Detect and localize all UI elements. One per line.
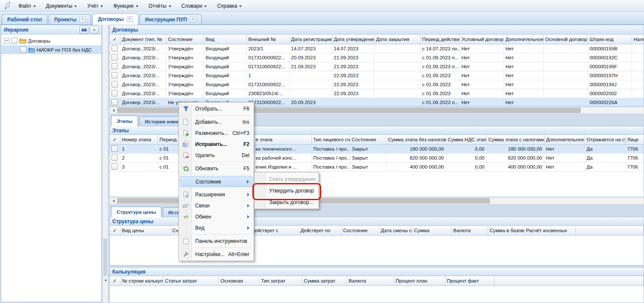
column-header[interactable]: Сумма в базовой в	[488, 226, 524, 235]
row-checkbox[interactable]	[111, 54, 118, 61]
column-header[interactable]: Состояние	[341, 226, 379, 235]
context-menu-item[interactable]: ОбновитьF5	[180, 163, 253, 174]
column-header[interactable]: Дата утверждения	[332, 35, 374, 44]
row-check-cell[interactable]	[110, 71, 120, 80]
column-header[interactable]: Основная	[219, 276, 259, 286]
column-header[interactable]: Условный договор	[460, 35, 503, 44]
row-checkbox[interactable]	[111, 154, 118, 161]
row-checkbox[interactable]	[111, 163, 118, 170]
row-check-cell[interactable]	[110, 44, 120, 53]
close-icon[interactable]: ✕	[79, 17, 85, 23]
context-menu-item[interactable]: Исправить...F2	[180, 139, 253, 150]
column-header[interactable]: Действует по	[299, 226, 341, 235]
column-header[interactable]: Внешний №	[246, 35, 289, 44]
main-tab[interactable]: Инструкции ПУП✕	[140, 14, 202, 24]
column-header[interactable]: Отражается на сум	[585, 135, 625, 144]
row-checkbox[interactable]	[111, 45, 118, 52]
column-header[interactable]: Дополнительное с	[544, 135, 585, 144]
context-menu-item[interactable]: УдалитьDel	[180, 150, 253, 161]
context-menu-item[interactable]: Состояние	[180, 176, 253, 187]
tree-node-niokr[interactable]: НИОКР по ГОЗ без НДС	[1, 45, 101, 54]
column-header[interactable]: Статья затрат	[163, 276, 219, 286]
menubar-item[interactable]: Учёт	[82, 2, 108, 10]
column-header[interactable]: Номер этапа	[120, 135, 158, 144]
context-menu-item[interactable]: Панель инструментов	[180, 236, 253, 247]
tree-checkbox[interactable]	[11, 38, 18, 44]
column-header[interactable]: Дополнительное с	[503, 35, 543, 44]
column-header[interactable]: Штрих-код	[588, 35, 632, 44]
collapse-panel-button[interactable]: «	[90, 26, 99, 34]
column-header[interactable]: Дата закрытия	[374, 35, 420, 44]
section-tab[interactable]: Структура цены	[111, 207, 161, 217]
context-menu-item[interactable]: Обмен	[180, 211, 253, 222]
table-row[interactable]: Договор, 2023/...УтверждёнВходящий2023/1…	[110, 44, 644, 53]
tree-node-label[interactable]: НИОКР по ГОЗ без НДС	[37, 47, 92, 52]
vertical-scrollbar-thumb[interactable]	[103, 239, 107, 276]
context-menu-item[interactable]: Добавить...Ins	[180, 117, 253, 128]
tree-checkbox[interactable]	[20, 47, 26, 53]
vertical-scrollbar[interactable]	[102, 25, 108, 303]
column-header[interactable]: Сумма этапа с налогами	[486, 135, 544, 144]
menubar-item[interactable]: Словари	[177, 2, 212, 10]
column-header[interactable]: Вид	[204, 35, 246, 44]
scrollbar-arrow-icon[interactable]	[103, 278, 108, 283]
row-checkbox[interactable]	[111, 72, 118, 79]
column-header[interactable]: Основной договор	[543, 35, 588, 44]
column-header[interactable]: Дата регистрации.	[289, 35, 332, 44]
menubar-item[interactable]: Справка	[212, 2, 246, 10]
row-check-cell[interactable]	[110, 98, 120, 107]
row-check-cell[interactable]	[110, 53, 120, 62]
column-header[interactable]: Период действия..	[420, 35, 460, 44]
submenu-item[interactable]: Закрыть договор...	[255, 196, 318, 208]
main-tab[interactable]: Рабочий стол	[2, 14, 47, 24]
column-header[interactable]: ✓	[110, 276, 120, 286]
row-checkbox[interactable]	[111, 63, 118, 70]
table-row[interactable]: Договор, 2023/...УтверждёнВходящий230823…	[110, 89, 644, 98]
column-header[interactable]: Процент факт	[445, 276, 494, 286]
column-header[interactable]: Состояние	[350, 135, 386, 144]
close-icon[interactable]: ✕	[127, 16, 133, 22]
column-header[interactable]: Состояние	[166, 35, 204, 44]
column-header[interactable]: Валюта	[451, 226, 488, 235]
tree-node-label[interactable]: Договоры	[28, 38, 50, 44]
column-header[interactable]: Нало	[632, 35, 644, 44]
column-header[interactable]: Дата смены состоя	[379, 226, 412, 235]
table-row[interactable]: Договор, 2023/...УтверждёнВходящий017310…	[110, 62, 644, 71]
row-check-cell[interactable]	[110, 62, 120, 71]
table-row[interactable]: Договор, 2023/...УтверждёнВходящий017310…	[110, 53, 644, 62]
row-check-cell[interactable]	[110, 153, 120, 162]
table-row[interactable]: Договор, 2023/...УтверждёнВходящий122.09…	[110, 71, 644, 80]
column-header[interactable]: Сумма	[412, 226, 451, 235]
column-header[interactable]: ✓	[110, 135, 120, 144]
search-binoculars-button[interactable]	[79, 26, 88, 34]
collapse-minus-icon[interactable]	[4, 38, 9, 44]
row-checkbox[interactable]	[111, 90, 118, 96]
column-header[interactable]: Тип затрат	[259, 276, 302, 286]
column-header[interactable]: ✓	[110, 226, 120, 235]
column-header[interactable]: Валюта	[347, 276, 394, 286]
row-check-cell[interactable]	[110, 80, 120, 89]
column-header[interactable]: Сумма затрат	[302, 276, 347, 286]
menubar-item[interactable]: Функции	[108, 2, 143, 10]
row-check-cell[interactable]	[110, 144, 120, 153]
column-header[interactable]: Тип лицевого счёт	[311, 135, 350, 144]
context-menu-item[interactable]: Вид	[180, 222, 253, 233]
column-header[interactable]: Расчёт косвенных	[524, 226, 575, 235]
submenu-item[interactable]: Утвердить договор	[255, 185, 318, 196]
column-header[interactable]: № строки калькул	[120, 276, 163, 286]
main-tab[interactable]: Договоры✕	[92, 13, 138, 25]
context-menu-item[interactable]: Настройки...Alt+Enter	[180, 249, 253, 260]
row-check-cell[interactable]	[110, 89, 120, 98]
column-header[interactable]: Действует с	[249, 226, 299, 235]
row-checkbox[interactable]	[111, 99, 118, 105]
row-checkbox[interactable]	[111, 146, 118, 152]
menubar-item[interactable]: Файл	[14, 2, 41, 10]
context-menu-item[interactable]: Связи	[180, 200, 253, 211]
close-icon[interactable]: ✕	[190, 17, 196, 23]
context-menu-item[interactable]: Отобрать...F6	[180, 103, 253, 114]
column-header[interactable]: Вид цены	[120, 226, 170, 235]
section-tab[interactable]: Этапы	[111, 116, 138, 126]
column-header[interactable]: Процент план	[394, 276, 445, 286]
column-header[interactable]: Сумма этапа без налогов	[386, 135, 446, 144]
main-tab[interactable]: Проекты✕	[49, 14, 91, 24]
